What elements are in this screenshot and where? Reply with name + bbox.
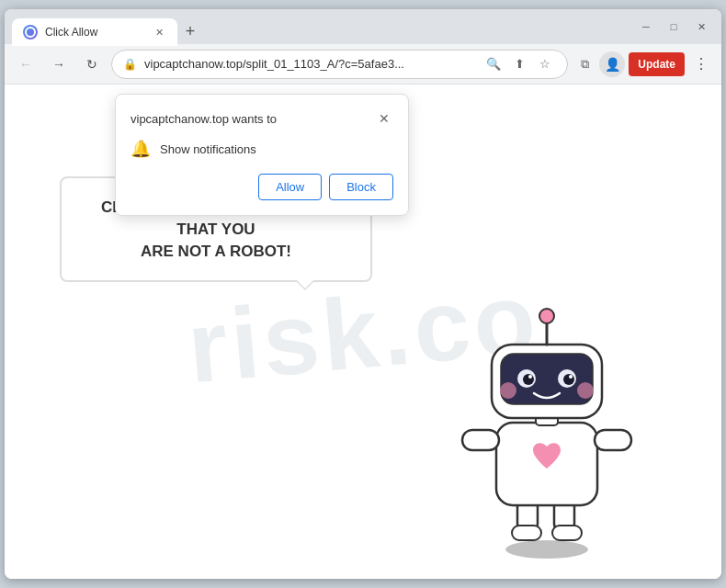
maximize-button[interactable]: □ xyxy=(661,14,686,40)
svg-point-14 xyxy=(563,374,574,385)
search-icon[interactable]: 🔍 xyxy=(482,53,505,75)
close-button[interactable]: ✕ xyxy=(688,14,714,40)
title-bar: Click Allow ✕ + ─ □ ✕ xyxy=(5,9,721,44)
forward-button[interactable]: → xyxy=(45,51,73,78)
popup-close-button[interactable]: ✕ xyxy=(375,109,393,128)
popup-notification-row: 🔔 Show notifications xyxy=(130,139,393,159)
popup-title: vipcaptchanow.top wants to xyxy=(130,112,277,126)
svg-rect-22 xyxy=(552,526,582,540)
window-controls: ─ □ ✕ xyxy=(633,14,714,40)
svg-rect-21 xyxy=(512,526,541,540)
more-menu-button[interactable]: ⋮ xyxy=(688,51,714,77)
tab-close-button[interactable]: ✕ xyxy=(152,25,166,40)
page-content: risk.co vipcaptchanow.top wants to ✕ 🔔 S… xyxy=(5,85,721,579)
svg-point-17 xyxy=(500,382,516,399)
block-button[interactable]: Block xyxy=(329,174,393,200)
tab-bar: Click Allow ✕ + xyxy=(12,9,620,44)
update-button[interactable]: Update xyxy=(629,52,685,76)
notification-label: Show notifications xyxy=(160,142,256,156)
tab-favicon xyxy=(23,25,38,40)
navigation-bar: ← → ↻ 🔒 vipcaptchanow.top/split_01_1103_… xyxy=(5,44,721,85)
tab-title: Click Allow xyxy=(45,26,97,39)
popup-header: vipcaptchanow.top wants to ✕ xyxy=(130,109,393,128)
address-icons: 🔍 ⬆ ☆ xyxy=(482,53,556,75)
svg-point-15 xyxy=(528,375,532,379)
url-text: vipcaptchanow.top/split_01_1103_A/?c=5af… xyxy=(144,57,475,71)
profile-button[interactable]: 👤 xyxy=(599,51,625,77)
robot-illustration xyxy=(446,294,648,551)
svg-rect-4 xyxy=(462,430,499,450)
popup-buttons: Allow Block xyxy=(130,174,393,200)
share-icon[interactable]: ⬆ xyxy=(508,53,530,75)
minimize-button[interactable]: ─ xyxy=(633,14,659,40)
svg-rect-5 xyxy=(595,430,631,450)
back-button[interactable]: ← xyxy=(12,51,40,78)
svg-point-16 xyxy=(569,375,573,379)
allow-button[interactable]: Allow xyxy=(258,174,322,200)
bookmark-icon[interactable]: ☆ xyxy=(534,53,556,75)
svg-point-0 xyxy=(505,540,588,559)
lock-icon: 🔒 xyxy=(123,58,137,71)
address-bar[interactable]: 🔒 vipcaptchanow.top/split_01_1103_A/?c=5… xyxy=(111,50,568,79)
nav-right-controls: ⧉ 👤 Update ⋮ xyxy=(573,51,714,77)
new-tab-button[interactable]: + xyxy=(177,18,203,44)
svg-point-13 xyxy=(523,374,534,385)
notification-popup: vipcaptchanow.top wants to ✕ 🔔 Show noti… xyxy=(115,94,409,216)
svg-point-18 xyxy=(577,382,594,399)
browser-window: Click Allow ✕ + ─ □ ✕ ← → xyxy=(5,9,721,579)
reload-button[interactable]: ↻ xyxy=(78,51,106,78)
extensions-icon[interactable]: ⧉ xyxy=(573,53,596,75)
bell-icon: 🔔 xyxy=(130,139,151,159)
active-tab[interactable]: Click Allow ✕ xyxy=(12,18,177,46)
svg-point-20 xyxy=(539,309,554,323)
